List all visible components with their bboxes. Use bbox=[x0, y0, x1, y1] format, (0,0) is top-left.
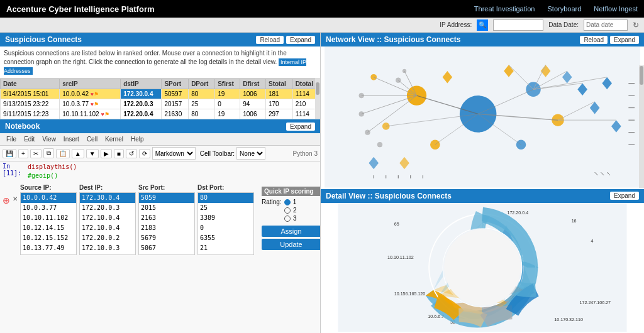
list-item[interactable]: 137 bbox=[198, 253, 253, 255]
cell-toolbar-label: Cell Toolbar: bbox=[200, 150, 235, 157]
date-input[interactable] bbox=[584, 19, 628, 31]
nb-run-btn[interactable]: ▶ bbox=[101, 149, 112, 158]
nb-save-btn[interactable]: 💾 bbox=[3, 149, 16, 158]
ip-search-button[interactable]: 🔍 bbox=[477, 19, 488, 31]
cell-code-block: displaythis() #geoip() bbox=[28, 163, 77, 180]
list-item[interactable]: 6355 bbox=[198, 233, 253, 243]
nb-reload-btn[interactable]: ⟳ bbox=[139, 149, 150, 158]
notebook-menu-file[interactable]: File bbox=[3, 134, 20, 144]
rating-1-radio[interactable] bbox=[284, 199, 291, 205]
column-header-dstip: dstIP bbox=[121, 79, 162, 89]
list-item[interactable]: 172.10.0.4 bbox=[80, 213, 135, 223]
svg-text:4: 4 bbox=[591, 238, 593, 243]
list-item[interactable]: 172.30.0.4 bbox=[80, 193, 135, 203]
network-reload-button[interactable]: Reload bbox=[580, 36, 608, 44]
src-port-label: Src Port: bbox=[138, 184, 195, 191]
list-item[interactable]: 172.10.0.4 bbox=[80, 223, 135, 233]
detail-expand-button[interactable]: Expand bbox=[610, 192, 639, 200]
nb-cell-type-select[interactable]: Markdown Code bbox=[152, 147, 196, 160]
assign-button[interactable]: Assign bbox=[262, 226, 320, 237]
update-button[interactable]: Update bbox=[262, 239, 320, 250]
rating-2-radio[interactable] bbox=[284, 207, 291, 214]
list-item[interactable]: 2183 bbox=[139, 223, 194, 233]
svg-text:10.170.32.110: 10.170.32.110 bbox=[554, 317, 583, 322]
rating-3-radio[interactable] bbox=[284, 216, 291, 222]
list-item[interactable]: 10.12.15.152 bbox=[21, 233, 76, 243]
source-ip-list[interactable]: 10.0.0.4210.0.3.7710.10.11.10210.12.14.1… bbox=[20, 192, 77, 255]
detail-view-panel: Detail View :: Suspicious Connects Expan… bbox=[321, 189, 644, 333]
list-item[interactable]: 2015 bbox=[139, 203, 194, 213]
list-item[interactable]: 3389 bbox=[198, 213, 253, 223]
notebook-expand-button[interactable]: Expand bbox=[286, 123, 315, 131]
suspicious-reload-button[interactable]: Reload bbox=[256, 36, 284, 44]
list-item[interactable]: 10.138.214.1 bbox=[21, 253, 76, 255]
svg-text:65: 65 bbox=[394, 221, 399, 226]
list-item[interactable]: 25 bbox=[198, 203, 253, 213]
list-item[interactable]: 5067 bbox=[139, 243, 194, 253]
nb-stop-btn[interactable]: ■ bbox=[114, 149, 124, 158]
nb-copy-btn[interactable]: ⧉ bbox=[43, 148, 54, 158]
suspicious-description: Suspicious connections are listed below … bbox=[0, 46, 320, 79]
nb-add-btn[interactable]: + bbox=[18, 149, 28, 158]
nav-netflow-ingest[interactable]: Netflow Ingest bbox=[594, 5, 638, 13]
network-scrollbar[interactable] bbox=[639, 65, 644, 188]
ip-section: ⊕ ✕ Source IP: 10.0.0.4210.0.3.7710.10.1… bbox=[0, 182, 320, 333]
nav-threat-investigation[interactable]: Threat Investigation bbox=[474, 5, 535, 13]
table-row[interactable]: 9/14/2015 15:0110.0.0.42 ♥⚑172.30.0.4505… bbox=[1, 89, 320, 99]
list-item[interactable]: 172.20.0.2 bbox=[80, 233, 135, 243]
network-view-header: Network View :: Suspicious Connects Relo… bbox=[321, 33, 644, 46]
column-header-stotal: Stotal bbox=[265, 79, 292, 89]
list-item[interactable]: 172.20.0.3 bbox=[80, 203, 135, 213]
notebook-menu-view[interactable]: View bbox=[38, 134, 60, 144]
notebook-menu-insert[interactable]: Insert bbox=[60, 134, 83, 144]
svg-text:172.247.106.27: 172.247.106.27 bbox=[580, 300, 611, 305]
network-expand-button[interactable]: Expand bbox=[610, 36, 639, 44]
dest-ip-column: Dest IP: 172.30.0.4172.20.0.3172.10.0.41… bbox=[79, 184, 136, 255]
list-item[interactable]: 172.10.0.3 bbox=[80, 243, 135, 253]
nb-restart-btn[interactable]: ↺ bbox=[126, 149, 137, 158]
list-item[interactable]: 10.12.14.15 bbox=[21, 223, 76, 233]
list-item[interactable]: 10.13.77.49 bbox=[21, 243, 76, 253]
notebook-menu-help[interactable]: Help bbox=[127, 134, 148, 144]
rating-row: Rating: 1 bbox=[262, 199, 320, 205]
notebook-menu-edit[interactable]: Edit bbox=[20, 134, 38, 144]
nb-up-btn[interactable]: ▲ bbox=[72, 149, 84, 158]
list-item[interactable]: 0 bbox=[198, 223, 253, 233]
nb-down-btn[interactable]: ▼ bbox=[86, 149, 99, 158]
notebook-menu-kernel[interactable]: Kernel bbox=[101, 134, 127, 144]
src-port-list[interactable]: 50592015216321835679506750665163 bbox=[138, 192, 195, 255]
nb-paste-btn[interactable]: 📋 bbox=[56, 149, 70, 158]
cell-in-label: In [11]: bbox=[3, 163, 28, 177]
list-item[interactable]: 5066 bbox=[139, 253, 194, 255]
geo-close-icon[interactable]: ✕ bbox=[13, 195, 18, 202]
list-item[interactable]: 21 bbox=[198, 243, 253, 253]
nb-cell-toolbar-select[interactable]: None bbox=[236, 147, 265, 160]
nb-cut-btn[interactable]: ✂ bbox=[30, 149, 42, 158]
list-item[interactable]: 10.0.0.42 bbox=[21, 193, 76, 203]
nav-storyboard[interactable]: Storyboard bbox=[547, 5, 581, 13]
detail-view-title: Detail View :: Suspicious Connects bbox=[326, 192, 452, 200]
table-row[interactable]: 9/11/2015 12:2310.10.11.102 ♥⚑172.20.0.4… bbox=[1, 109, 320, 119]
notebook-menu-cell[interactable]: Cell bbox=[83, 134, 101, 144]
ip-address-input[interactable]: 0.0.0.0 bbox=[493, 19, 543, 31]
list-item[interactable]: 5679 bbox=[139, 233, 194, 243]
column-header-srcip: srcIP bbox=[60, 79, 121, 89]
list-item[interactable]: 5059 bbox=[139, 193, 194, 203]
dest-ip-list[interactable]: 172.30.0.4172.20.0.3172.10.0.4172.10.0.4… bbox=[79, 192, 136, 255]
list-item[interactable]: 80 bbox=[198, 193, 253, 203]
rating-3-label: 3 bbox=[293, 215, 297, 222]
list-item[interactable]: 10.10.11.102 bbox=[21, 213, 76, 223]
source-ip-label: Source IP: bbox=[20, 184, 77, 191]
dst-port-list[interactable]: 802533890635521137138 bbox=[197, 192, 254, 255]
suspicious-expand-button[interactable]: Expand bbox=[286, 36, 315, 44]
suspicious-connects-panel: Suspicious Connects Reload Expand Suspic… bbox=[0, 33, 320, 119]
network-graph[interactable] bbox=[321, 46, 644, 188]
network-view-title: Network View :: Suspicious Connects bbox=[326, 35, 461, 44]
table-row[interactable]: 9/13/2015 23:2210.0.3.77 ♥⚑172.20.0.3201… bbox=[1, 99, 320, 109]
suspicious-scrollbar[interactable] bbox=[315, 79, 320, 119]
geo-icon: ⊕ bbox=[3, 195, 10, 205]
list-item[interactable]: 2163 bbox=[139, 213, 194, 223]
refresh-button[interactable]: ↻ bbox=[633, 21, 639, 30]
list-item[interactable]: 10.0.3.77 bbox=[21, 203, 76, 213]
list-item[interactable]: 172.10.40 bbox=[80, 253, 135, 255]
